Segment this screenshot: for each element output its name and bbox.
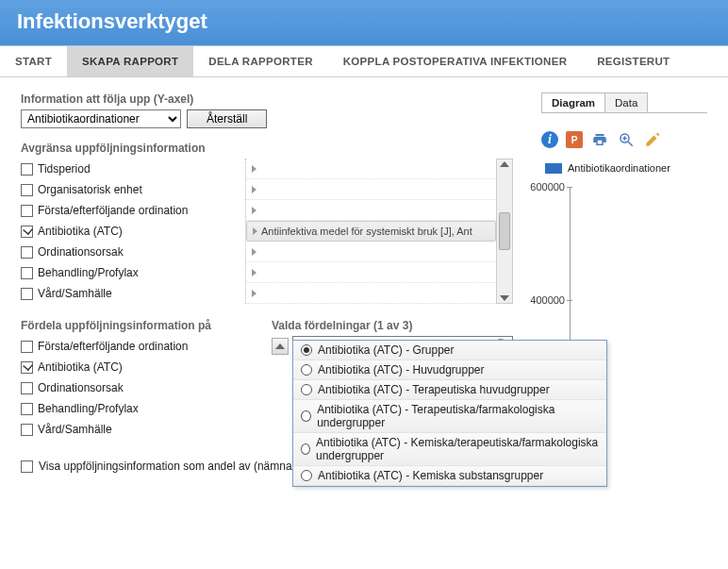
reset-button[interactable]: Återställ [187, 109, 267, 128]
chk2-forsta[interactable] [21, 341, 33, 353]
tab-diagram[interactable]: Diagram [541, 92, 605, 112]
chk2-behandling[interactable] [21, 403, 33, 415]
lbl2-vard: Vård/Samhälle [38, 423, 112, 436]
limit-label: Avgränsa uppföljningsinformation [21, 142, 513, 155]
tab-data[interactable]: Data [604, 92, 648, 112]
limit-values-col: Antiinfektiva medel för systemiskt bruk … [245, 159, 496, 304]
chk-forsta-ord[interactable] [21, 205, 33, 217]
chk-vard[interactable] [21, 288, 33, 300]
valda-option-2[interactable]: Antibiotika (ATC) - Terapeutiska huvudgr… [293, 380, 606, 400]
valda-option-1[interactable]: Antibiotika (ATC) - Huvudgrupper [293, 360, 606, 380]
chk-tidsperiod[interactable] [21, 163, 33, 176]
scroll-up-icon[interactable] [500, 161, 509, 167]
andel-label: Visa uppföljningsinformation som andel a… [39, 460, 306, 473]
chk-orgenhet[interactable] [21, 184, 33, 196]
radio-icon [301, 364, 312, 376]
limit-val-antibiotika-text: Antiinfektiva medel för systemiskt bruk … [261, 226, 472, 237]
menu-skapa-rapport[interactable]: SKAPA RAPPORT [67, 46, 193, 76]
print-icon[interactable] [590, 130, 609, 149]
app-header: Infektionsverktyget [0, 0, 728, 45]
limit-val-6[interactable] [246, 283, 496, 304]
lbl-forsta-ord: Första/efterföljande ordination [38, 204, 188, 217]
fordela-label: Fördela uppföljningsinformation på [21, 319, 256, 332]
radio-icon [301, 443, 310, 455]
menu-start[interactable]: START [0, 46, 67, 76]
limit-val-0[interactable] [246, 159, 496, 179]
menu-dela-rapporter[interactable]: DELA RAPPORTER [193, 46, 327, 76]
lbl-tidsperiod: Tidsperiod [38, 162, 91, 176]
move-up-button[interactable] [272, 338, 289, 355]
limit-val-1[interactable] [246, 179, 496, 200]
valda-option-3-text: Antibiotika (ATC) - Terapeutiska/farmako… [317, 403, 599, 429]
chevron-right-icon [252, 248, 256, 256]
radio-icon [301, 410, 311, 422]
scroll-down-icon[interactable] [500, 295, 509, 301]
valda-option-5[interactable]: Antibiotika (ATC) - Kemiska substansgrup… [293, 466, 606, 486]
scroll-thumb[interactable] [499, 212, 510, 250]
limit-val-antibiotika[interactable]: Antiinfektiva medel för systemiskt bruk … [246, 221, 496, 242]
limit-scrollbar[interactable] [496, 159, 513, 304]
chk2-ordorsak[interactable] [21, 382, 33, 394]
lbl-ordorsak: Ordinationsorsak [38, 245, 124, 259]
limit-labels-col: Tidsperiod Organisatorisk enhet Första/e… [21, 159, 245, 304]
valda-option-0-text: Antibiotika (ATC) - Grupper [318, 343, 455, 357]
legend-label: Antibiotikaordinationer [568, 162, 670, 174]
chart-legend: Antibiotikaordinationer [545, 162, 707, 174]
valda-option-0[interactable]: Antibiotika (ATC) - Grupper [293, 341, 606, 360]
valda-label: Valda fördelningar (1 av 3) [272, 319, 513, 332]
valda-option-5-text: Antibiotika (ATC) - Kemiska substansgrup… [318, 469, 543, 482]
lbl2-ordorsak: Ordinationsorsak [38, 381, 124, 394]
ytick-1: 400000 [520, 294, 565, 306]
valda-option-3[interactable]: Antibiotika (ATC) - Terapeutiska/farmako… [293, 400, 606, 433]
valda-option-1-text: Antibiotika (ATC) - Huvudgrupper [318, 363, 485, 377]
chk-antibiotika[interactable] [21, 226, 33, 238]
chevron-right-icon [252, 207, 256, 214]
ytick-0: 600000 [520, 181, 565, 192]
triangle-up-icon [275, 343, 285, 349]
yaxis-select[interactable]: Antibiotikaordinationer [21, 109, 181, 128]
chk-behandling[interactable] [21, 267, 33, 279]
legend-swatch [545, 163, 562, 174]
lbl2-behandling: Behandling/Profylax [38, 402, 139, 415]
yaxis-label: Information att följa upp (Y-axel) [21, 92, 513, 106]
chk-andel[interactable] [21, 460, 33, 473]
main-menubar: START SKAPA RAPPORT DELA RAPPORTER KOPPL… [0, 45, 728, 77]
svg-line-1 [628, 142, 633, 146]
radio-icon [301, 344, 312, 356]
chevron-right-icon [252, 290, 256, 297]
app-title: Infektionsverktyget [17, 9, 207, 33]
zoom-icon[interactable] [617, 130, 636, 149]
edit-icon[interactable] [643, 130, 662, 149]
lbl2-antibiotika: Antibiotika (ATC) [38, 360, 123, 374]
chevron-right-icon [252, 186, 256, 193]
chk2-vard[interactable] [21, 424, 33, 436]
chk-ordorsak[interactable] [21, 246, 33, 259]
radio-icon [301, 470, 312, 481]
info-icon[interactable]: i [541, 131, 558, 148]
valda-option-4-text: Antibiotika (ATC) - Kemiska/terapeutiska… [316, 436, 599, 462]
chk2-antibiotika[interactable] [21, 361, 33, 374]
lbl2-forsta: Första/efterföljande ordination [38, 340, 188, 353]
chevron-right-icon [252, 165, 256, 173]
powerpoint-icon[interactable]: P [566, 131, 583, 148]
chart-tabs: Diagram Data [541, 92, 707, 113]
lbl-orgenhet: Organisatorisk enhet [38, 183, 142, 196]
limit-val-2[interactable] [246, 200, 496, 221]
radio-icon [301, 384, 312, 395]
chevron-right-icon [253, 227, 257, 235]
chart-toolbar: i P [541, 130, 707, 149]
lbl-vard: Vård/Samhälle [38, 287, 112, 300]
limit-val-5[interactable] [246, 262, 496, 283]
menu-koppla-postop[interactable]: KOPPLA POSTOPERATIVA INFEKTIONER [328, 46, 583, 76]
valda-option-2-text: Antibiotika (ATC) - Terapeutiska huvudgr… [318, 383, 550, 396]
menu-registerut[interactable]: REGISTERUT [582, 46, 685, 76]
limit-val-4[interactable] [246, 242, 496, 262]
lbl-antibiotika: Antibiotika (ATC) [38, 225, 123, 238]
chevron-right-icon [252, 269, 256, 276]
valda-option-4[interactable]: Antibiotika (ATC) - Kemiska/terapeutiska… [293, 433, 606, 466]
lbl-behandling: Behandling/Profylax [38, 266, 139, 279]
valda-dropdown-list: Antibiotika (ATC) - Grupper Antibiotika … [292, 340, 607, 487]
